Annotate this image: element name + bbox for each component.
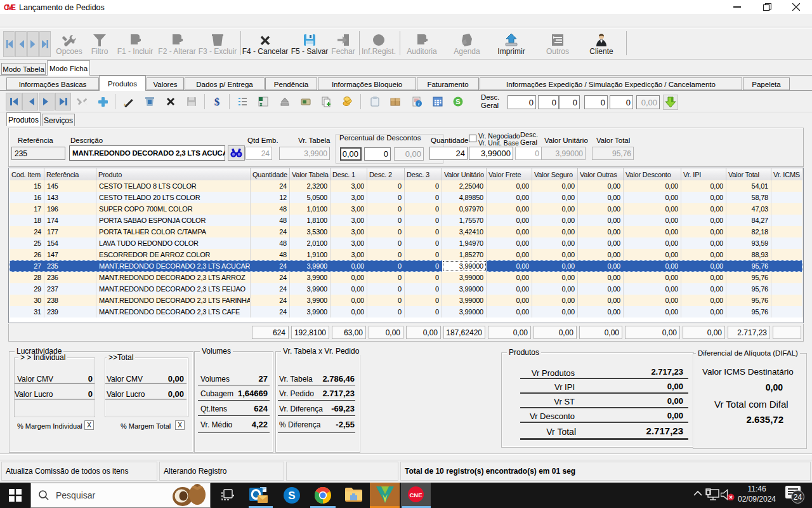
svg-text:S: S: [455, 98, 460, 105]
svg-text:CME: CME: [4, 3, 16, 11]
svg-text:CNE: CNE: [409, 491, 422, 498]
svg-text:$: $: [214, 96, 220, 107]
svg-text:S: S: [288, 490, 295, 502]
